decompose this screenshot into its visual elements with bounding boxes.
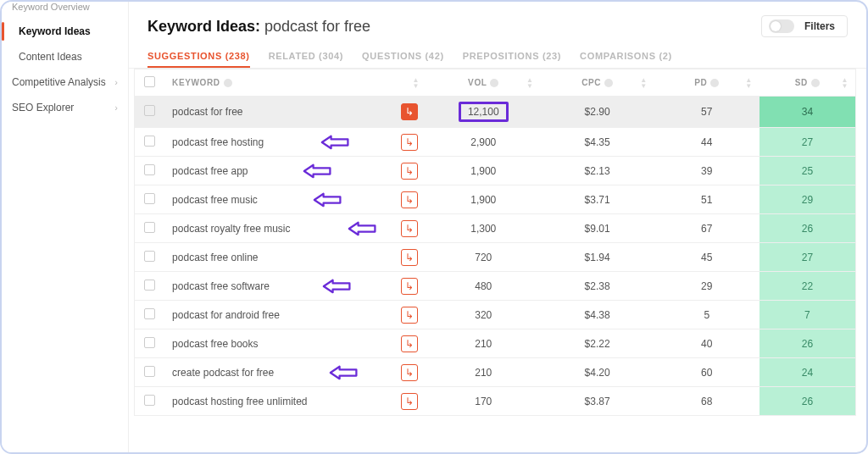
sd-cell: 27 [760, 243, 856, 272]
sidebar-item-seo[interactable]: SEO Explorer › [2, 95, 128, 120]
keyword-cell[interactable]: podcast hosting free unlimited↳ [164, 387, 426, 416]
keyword-cell[interactable]: podcast free software↳ [164, 272, 426, 301]
checkbox-icon[interactable] [144, 76, 155, 87]
col-pd[interactable]: PD ▲▼ [654, 69, 760, 97]
cpc-cell: $2.38 [540, 272, 654, 301]
table-row[interactable]: create podcast for free↳210$4.206024 [135, 358, 856, 387]
expand-icon[interactable]: ↳ [401, 278, 418, 295]
tab-comparisons[interactable]: COMPARISONS (2) [580, 46, 672, 68]
keyword-text: podcast free software [172, 280, 270, 292]
table-row[interactable]: podcast free books↳210$2.224026 [135, 329, 856, 358]
filters-button[interactable]: Filters [761, 15, 848, 37]
sidebar-label: SEO Explorer [12, 102, 74, 114]
expand-icon[interactable]: ↳ [401, 364, 418, 381]
tab-questions[interactable]: QUESTIONS (42) [362, 46, 444, 68]
table-row[interactable]: podcast hosting free unlimited↳170$3.876… [135, 387, 856, 416]
sort-icon[interactable]: ▲▼ [745, 77, 753, 89]
row-checkbox[interactable] [135, 387, 164, 416]
sd-cell: 22 [760, 272, 856, 301]
tab-prepositions[interactable]: PREPOSITIONS (23) [463, 46, 561, 68]
table-row[interactable]: podcast royalty free music↳1,300$9.01672… [135, 214, 856, 243]
table-row[interactable]: podcast free software↳480$2.382922 [135, 272, 856, 301]
pd-cell: 51 [654, 185, 760, 214]
expand-icon[interactable]: ↳ [401, 393, 418, 410]
table-row[interactable]: podcast free app↳1,900$2.133925 [135, 157, 856, 185]
expand-icon[interactable]: ↳ [401, 163, 418, 180]
row-checkbox[interactable] [135, 157, 164, 185]
checkbox-icon[interactable] [144, 105, 155, 116]
pd-cell: 40 [654, 329, 760, 358]
info-icon [490, 79, 498, 87]
table-row[interactable]: podcast for android free↳320$4.3857 [135, 301, 856, 329]
sort-icon[interactable]: ▲▼ [526, 77, 534, 89]
sort-icon[interactable]: ▲▼ [841, 77, 849, 89]
checkbox-icon[interactable] [144, 136, 155, 147]
table-row[interactable]: podcast free online↳720$1.944527 [135, 243, 856, 272]
checkbox-icon[interactable] [144, 366, 155, 377]
expand-icon[interactable]: ↳ [401, 103, 418, 120]
keyword-cell[interactable]: podcast free online↳ [164, 243, 426, 272]
row-checkbox[interactable] [135, 358, 164, 387]
cpc-cell: $3.87 [540, 387, 654, 416]
expand-icon[interactable]: ↳ [401, 307, 418, 324]
table-row[interactable]: podcast for free↳12,100$2.905734 [135, 97, 856, 128]
keyword-cell[interactable]: podcast free app↳ [164, 157, 426, 185]
table-wrap[interactable]: KEYWORD ▲▼ VOL ▲▼ CPC ▲▼ PD [129, 69, 866, 452]
sort-icon[interactable]: ▲▼ [640, 77, 648, 89]
keyword-cell[interactable]: create podcast for free↳ [164, 358, 426, 387]
col-sd[interactable]: SD ▲▼ [760, 69, 856, 97]
checkbox-icon[interactable] [144, 251, 155, 262]
sidebar-item-keyword-ideas[interactable]: Keyword Ideas [2, 19, 128, 44]
tab-suggestions[interactable]: SUGGESTIONS (238) [147, 46, 250, 68]
cpc-cell: $3.71 [540, 185, 654, 214]
cpc-cell: $9.01 [540, 214, 654, 243]
row-checkbox[interactable] [135, 185, 164, 214]
row-checkbox[interactable] [135, 214, 164, 243]
keyword-cell[interactable]: podcast free books↳ [164, 329, 426, 358]
keyword-cell[interactable]: podcast free music↳ [164, 185, 426, 214]
vol-value: 320 [468, 307, 498, 323]
row-checkbox[interactable] [135, 128, 164, 157]
tab-related[interactable]: RELATED (304) [269, 46, 343, 68]
sd-cell: 26 [760, 387, 856, 416]
expand-icon[interactable]: ↳ [401, 220, 418, 237]
info-icon [710, 79, 719, 87]
checkbox-icon[interactable] [144, 337, 155, 348]
toggle-icon[interactable] [769, 19, 794, 33]
expand-icon[interactable]: ↳ [401, 134, 418, 151]
col-vol[interactable]: VOL ▲▼ [426, 69, 540, 97]
vol-value: 1,900 [464, 192, 503, 208]
row-checkbox[interactable] [135, 301, 164, 329]
sidebar-item-competitive[interactable]: Competitive Analysis › [2, 69, 128, 95]
expand-icon[interactable]: ↳ [401, 335, 418, 352]
table-row[interactable]: podcast free hosting↳2,900$4.354427 [135, 128, 856, 157]
keyword-cell[interactable]: podcast for free↳ [164, 97, 426, 128]
col-keyword[interactable]: KEYWORD ▲▼ [164, 69, 426, 97]
keyword-table: KEYWORD ▲▼ VOL ▲▼ CPC ▲▼ PD [134, 69, 856, 416]
checkbox-icon[interactable] [144, 222, 155, 233]
checkbox-icon[interactable] [144, 164, 155, 175]
checkbox-icon[interactable] [144, 280, 155, 291]
sidebar-item-content-ideas[interactable]: Content Ideas [2, 44, 128, 69]
row-checkbox[interactable] [135, 97, 164, 128]
expand-icon[interactable]: ↳ [401, 191, 418, 208]
col-checkbox[interactable] [135, 69, 164, 97]
table-row[interactable]: podcast free music↳1,900$3.715129 [135, 185, 856, 214]
row-checkbox[interactable] [135, 243, 164, 272]
row-checkbox[interactable] [135, 272, 164, 301]
vol-cell: 1,300 [426, 214, 540, 243]
keyword-cell[interactable]: podcast for android free↳ [164, 301, 426, 329]
keyword-cell[interactable]: podcast royalty free music↳ [164, 214, 426, 243]
checkbox-icon[interactable] [144, 193, 155, 204]
col-cpc[interactable]: CPC ▲▼ [540, 69, 654, 97]
checkbox-icon[interactable] [144, 395, 155, 406]
checkbox-icon[interactable] [144, 308, 155, 319]
vol-value: 720 [468, 250, 498, 265]
keyword-text: podcast for android free [172, 309, 280, 321]
expand-icon[interactable]: ↳ [401, 249, 418, 266]
sidebar-item-overview[interactable]: Keyword Overview [2, 2, 128, 19]
vol-cell: 2,900 [426, 128, 540, 157]
row-checkbox[interactable] [135, 329, 164, 358]
sort-icon[interactable]: ▲▼ [413, 77, 420, 89]
keyword-cell[interactable]: podcast free hosting↳ [164, 128, 426, 157]
